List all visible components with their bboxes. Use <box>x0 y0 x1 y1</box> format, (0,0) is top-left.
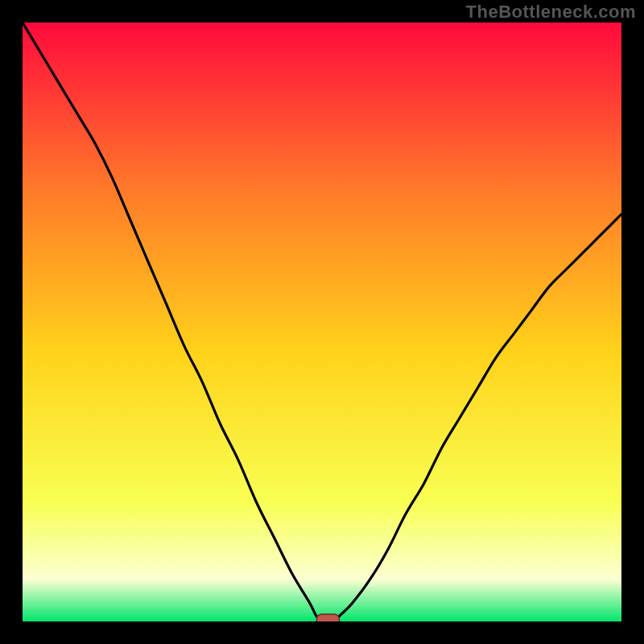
plot-area <box>23 23 621 621</box>
current-position-marker <box>316 614 339 621</box>
bottleneck-chart <box>23 23 621 621</box>
attribution-text: TheBottleneck.com <box>466 2 636 23</box>
gradient-background <box>23 23 621 621</box>
chart-frame: TheBottleneck.com <box>0 0 644 644</box>
